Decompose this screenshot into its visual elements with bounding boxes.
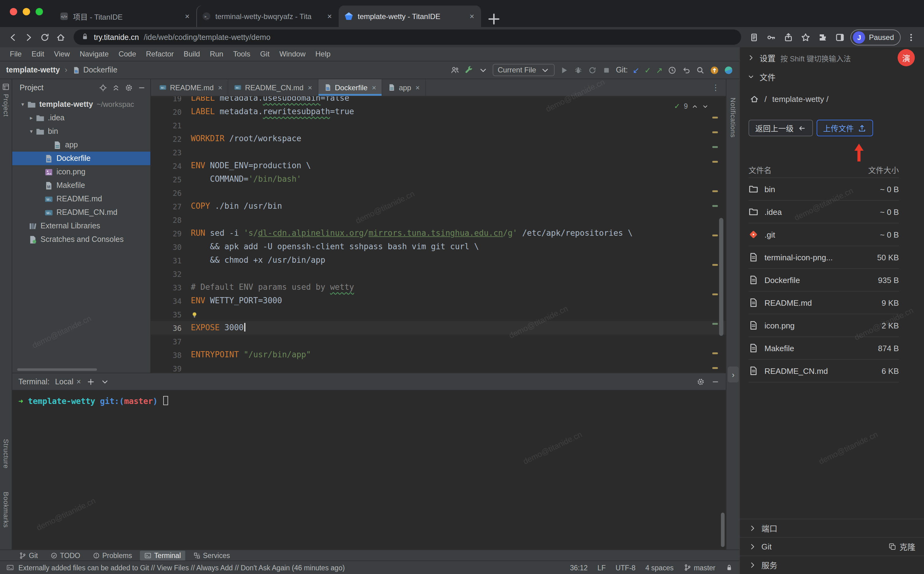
terminal-dropdown-chevron-icon[interactable]: [101, 377, 109, 386]
terminal-tab-close-icon[interactable]: ×: [76, 377, 81, 386]
collapse-all-icon[interactable]: [112, 84, 120, 92]
tool-strip-structure[interactable]: Structure: [2, 439, 10, 468]
project-panel-title[interactable]: Project: [20, 84, 44, 92]
file-table-row[interactable]: README.md9 KB: [748, 292, 899, 314]
locate-icon[interactable]: [99, 84, 107, 92]
menu-help[interactable]: Help: [310, 50, 335, 58]
run-button-icon[interactable]: [559, 65, 569, 74]
clone-action[interactable]: 克隆: [888, 541, 915, 552]
tree-chevron-icon[interactable]: ▸: [27, 115, 36, 121]
tree-chevron-icon[interactable]: ▾: [19, 101, 27, 107]
editor-tab[interactable]: M↓README.md×: [153, 79, 229, 96]
terminal-settings-gear-icon[interactable]: [696, 377, 705, 386]
tab-close-icon[interactable]: ×: [308, 83, 312, 92]
file-table-row[interactable]: Makefile874 B: [748, 337, 899, 360]
toolwindow-services[interactable]: Services: [189, 550, 234, 560]
toolwindow-terminal[interactable]: Terminal: [140, 550, 185, 560]
share-icon[interactable]: [781, 29, 797, 45]
file-table-row[interactable]: Dockerfile935 B: [748, 269, 899, 292]
file-encoding[interactable]: UTF-8: [615, 564, 635, 571]
status-message[interactable]: Externally added files can be added to G…: [19, 564, 345, 571]
tab-close-icon[interactable]: ×: [415, 83, 420, 92]
breadcrumb-file[interactable]: Dockerfile: [72, 66, 117, 74]
menu-navigate[interactable]: Navigate: [75, 50, 114, 58]
key-icon[interactable]: [764, 29, 779, 45]
project-tree-item[interactable]: MMakefile: [12, 179, 150, 192]
rerun-button-icon[interactable]: [588, 65, 597, 74]
more-tabs-icon[interactable]: ⋮: [712, 83, 720, 92]
toolwindow-problems[interactable]: Problems: [88, 550, 136, 560]
project-tree-item[interactable]: ▾bin: [12, 125, 150, 138]
run-config-selector[interactable]: Current File: [493, 64, 554, 76]
project-tree-item[interactable]: Dockerfile: [12, 151, 150, 165]
git-branch-widget[interactable]: master: [684, 564, 715, 572]
menu-edit[interactable]: Edit: [27, 50, 49, 58]
browser-menu-icon[interactable]: [903, 29, 919, 45]
profile-avatar[interactable]: J: [853, 31, 866, 43]
git-commit-icon[interactable]: ✓: [644, 66, 651, 74]
browser-tab[interactable]: template-wetty - TitanIDE×: [339, 6, 481, 27]
event-circle-icon[interactable]: [724, 65, 733, 74]
collaborators-chevron-icon[interactable]: [479, 65, 488, 74]
project-tree-item[interactable]: External Libraries: [12, 219, 150, 233]
menu-build[interactable]: Build: [179, 50, 205, 58]
settings-section-header[interactable]: 设置 按 Shift 键切换输入法: [740, 47, 924, 68]
forward-icon[interactable]: [21, 29, 37, 45]
file-table-row[interactable]: icon.png2 KB: [748, 314, 899, 337]
minimize-window-button[interactable]: [23, 8, 30, 15]
menu-tools[interactable]: Tools: [228, 50, 255, 58]
project-tree-item[interactable]: ▸.idea: [12, 111, 150, 125]
event-log-icon[interactable]: [6, 564, 14, 572]
inspections-widget[interactable]: ✓ 9: [674, 99, 709, 113]
new-terminal-icon[interactable]: [86, 377, 95, 386]
terminal-minimize-icon[interactable]: [711, 377, 720, 386]
section-服务[interactable]: 服务: [740, 555, 924, 574]
editor-tab[interactable]: Dockerfile×: [318, 79, 382, 96]
indent-setting[interactable]: 4 spaces: [646, 564, 674, 571]
files-section-header[interactable]: 文件: [740, 68, 924, 85]
terminal-tab-local[interactable]: Local ×: [55, 377, 81, 386]
clipboard-icon[interactable]: [746, 29, 762, 45]
menu-window[interactable]: Window: [275, 50, 310, 58]
new-tab-button[interactable]: [486, 11, 502, 27]
tools-wrench-icon[interactable]: [464, 65, 474, 74]
search-everywhere-icon[interactable]: [696, 65, 705, 74]
tree-chevron-icon[interactable]: ▾: [27, 128, 36, 134]
panel-expand-handle[interactable]: ›: [728, 366, 739, 382]
breadcrumb-project[interactable]: template-wetty: [6, 66, 60, 74]
menu-code[interactable]: Code: [113, 50, 141, 58]
maximize-window-button[interactable]: [36, 8, 43, 15]
profile-paused-chip[interactable]: J Paused: [851, 29, 901, 45]
caret-position[interactable]: 36:12: [570, 564, 588, 571]
file-table-row[interactable]: .git~ 0 B: [748, 224, 899, 246]
project-tree-item[interactable]: app: [12, 138, 150, 151]
next-issue-chevron-icon[interactable]: [702, 103, 709, 110]
project-tree-item[interactable]: ▾template-wetty~/workspac: [12, 98, 150, 111]
intention-bulb-icon[interactable]: [191, 309, 198, 319]
tab-close-icon[interactable]: ×: [326, 12, 333, 21]
tab-close-icon[interactable]: ×: [184, 12, 191, 21]
section-端口[interactable]: 端口: [740, 519, 924, 537]
prev-issue-chevron-icon[interactable]: [691, 103, 698, 110]
toolwindow-todo[interactable]: TODO: [46, 550, 84, 560]
history-icon[interactable]: [668, 65, 677, 74]
collaborators-icon[interactable]: [450, 65, 460, 74]
tab-close-icon[interactable]: ×: [218, 83, 222, 92]
file-table-row[interactable]: terminal-icon-png...50 KB: [748, 246, 899, 269]
editor-tab[interactable]: M↓README_CN.md×: [229, 79, 318, 96]
tool-strip-project[interactable]: Project: [2, 94, 10, 117]
menu-run[interactable]: Run: [205, 50, 228, 58]
settings-gear-icon[interactable]: [124, 84, 133, 92]
upload-file-button[interactable]: 上传文件: [816, 120, 873, 136]
project-tree-item[interactable]: M↓README.md: [12, 192, 150, 206]
sidebar-panel-icon[interactable]: [832, 29, 848, 45]
tool-strip-bookmarks[interactable]: Bookmarks: [2, 492, 10, 528]
readonly-lock-icon[interactable]: [725, 564, 733, 572]
project-tree-item[interactable]: Scratches and Consoles: [12, 233, 150, 246]
browser-tab[interactable]: >_terminal-wetty-bwqryafz - Tita×: [196, 6, 339, 27]
file-table-row[interactable]: .idea~ 0 B: [748, 201, 899, 224]
file-table-row[interactable]: README_CN.md6 KB: [748, 360, 899, 382]
project-tool-icon[interactable]: [2, 83, 10, 91]
file-table-row[interactable]: bin~ 0 B: [748, 178, 899, 201]
tab-close-icon[interactable]: ×: [372, 83, 376, 92]
